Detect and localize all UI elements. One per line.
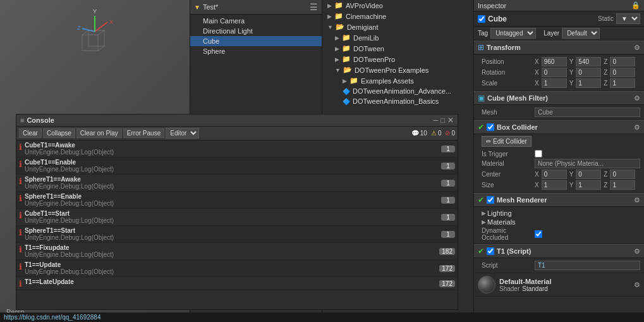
console-count-right-3: 1	[441, 180, 455, 187]
console-row-2[interactable]: ℹ CubeT1==Enable UnityEngine.Debug:Log(O…	[16, 158, 458, 175]
console-line1-9: T1==LateUpdate	[25, 278, 437, 285]
cy-field[interactable]	[576, 170, 601, 179]
dynamic-occluded-checkbox[interactable]	[535, 230, 542, 238]
assets-item-avprovideo[interactable]: ▶ 📁 AVProVideo	[322, 0, 473, 11]
material-settings-icon[interactable]: ⚙	[634, 281, 640, 289]
console-text-1: CubeT1==Awake UnityEngine.Debug:Log(Obje…	[25, 142, 439, 156]
cz-field[interactable]	[610, 170, 635, 179]
assets-item-dotweenanimation-basics[interactable]: 🔷 DOTweenAnimation_Basics	[322, 96, 473, 106]
mesh-filter-settings-icon[interactable]: ⚙	[634, 94, 640, 102]
console-row-3[interactable]: ℹ SphereT1==Awake UnityEngine.Debug:Log(…	[16, 175, 458, 192]
scale-z-field[interactable]	[610, 78, 635, 88]
cinemachine-label: Cinemachine	[346, 13, 386, 20]
clear-button[interactable]: Clear	[19, 128, 42, 138]
transform-title: Transform	[487, 44, 631, 51]
mesh-renderer-active-checkbox[interactable]	[487, 196, 494, 204]
assets-item-cinemachine[interactable]: ▶ 📁 Cinemachine	[322, 11, 473, 22]
console-row-9[interactable]: ℹ T1==LateUpdate 172	[16, 277, 458, 290]
box-collider-body: ✏ Edit Collider Is Trigger Material None…	[474, 134, 644, 193]
transform-settings-icon[interactable]: ⚙	[634, 44, 640, 52]
assets-item-examples-assets[interactable]: ▶ 📁 Examples Assets	[322, 75, 473, 86]
script-label: Script	[482, 262, 532, 269]
assets-item-dotweenpro-examples[interactable]: ▼ 📂 DOTweenPro Examples	[322, 65, 473, 75]
object-active-checkbox[interactable]	[478, 15, 485, 23]
t1-script-component-header[interactable]: ✔ T1 (Script) ⚙	[474, 244, 644, 258]
console-close-button[interactable]: ✕	[447, 116, 454, 125]
rot-y-field[interactable]	[576, 68, 601, 77]
static-dropdown[interactable]: ▼	[616, 13, 640, 24]
materials-section[interactable]: ▶ Materials	[482, 218, 640, 226]
sy-field[interactable]	[576, 180, 601, 190]
t1-script-body: Script T1	[474, 258, 644, 273]
box-collider-component-header[interactable]: ✔ Box Collider ⚙	[474, 120, 644, 134]
console-maximize-icon[interactable]: □	[440, 116, 445, 124]
inspector-header: Inspector 🔒	[474, 0, 644, 11]
warning-count-badge: ⚠ 0	[431, 130, 442, 137]
mesh-renderer-settings-icon[interactable]: ⚙	[634, 196, 640, 204]
console-row-7[interactable]: ℹ T1==Fixupdate UnityEngine.Debug:Log(Ob…	[16, 243, 458, 260]
console-row-4[interactable]: ℹ SphereT1==Enable UnityEngine.Debug:Log…	[16, 192, 458, 209]
console-panel: ≡ Console ─ □ ✕ Clear Collapse Clear on …	[16, 114, 458, 310]
lighting-section[interactable]: ▶ Lighting	[482, 209, 640, 218]
edit-collider-icon: ✏	[486, 138, 491, 145]
sz-field[interactable]	[610, 180, 635, 190]
assets-item-demolib[interactable]: ▶ 📁 DemiLib	[322, 32, 473, 43]
hierarchy-item-main-camera[interactable]: Main Camera	[190, 16, 322, 26]
box-collider-settings-icon[interactable]: ⚙	[634, 123, 640, 132]
inspector-body: Cube Static ▼ Tag Untagged Layer Default	[474, 11, 644, 322]
error-pause-button[interactable]: Error Pause	[123, 128, 164, 138]
console-line2-1: UnityEngine.Debug:Log(Object)	[25, 149, 439, 156]
pos-z-field[interactable]	[610, 57, 635, 66]
hierarchy-item-cube[interactable]: Cube	[190, 36, 322, 46]
hierarchy-menu-icon[interactable]: ☰	[310, 2, 318, 12]
assets-item-dotween[interactable]: ▶ 📁 DOTween	[322, 43, 473, 54]
is-trigger-checkbox[interactable]	[535, 150, 542, 158]
assets-item-dotweenanimation-advanced[interactable]: 🔷 DOTweenAnimation_Advance...	[322, 86, 473, 96]
lock-icon[interactable]: 🔒	[631, 1, 640, 9]
error-icon-9: ℹ	[19, 279, 22, 288]
assets-item-demigiant[interactable]: ▼ 📂 Demigiant	[322, 22, 473, 32]
tag-dropdown[interactable]: Untagged	[490, 28, 536, 39]
transform-component-header[interactable]: ⊞ Transform ⚙	[474, 40, 644, 54]
center-row: Center X Y Z	[482, 169, 640, 180]
t1-settings-icon[interactable]: ⚙	[634, 247, 640, 256]
layer-dropdown[interactable]: Default	[562, 28, 600, 39]
cy-axis: Y	[569, 171, 574, 178]
clear-on-play-button[interactable]: Clear on Play	[76, 128, 122, 138]
console-minimize-icon[interactable]: ─	[434, 116, 439, 124]
assets-item-dotweenpro[interactable]: ▶ 📁 DOTweenPro	[322, 54, 473, 65]
hierarchy-item-sphere[interactable]: Sphere	[190, 46, 322, 56]
console-row-1[interactable]: ℹ CubeT1==Awake UnityEngine.Debug:Log(Ob…	[16, 140, 458, 158]
pos-x-field[interactable]	[542, 57, 567, 66]
editor-dropdown[interactable]: Editor	[166, 128, 199, 139]
box-collider-active-checkbox[interactable]	[487, 123, 494, 131]
sx-field[interactable]	[542, 180, 567, 190]
mesh-renderer-component-header[interactable]: ✔ Mesh Renderer ⚙	[474, 193, 644, 207]
console-row-8[interactable]: ℹ T1==Update UnityEngine.Debug:Log(Objec…	[16, 260, 458, 277]
hierarchy-item-directional-light[interactable]: Directional Light	[190, 26, 322, 36]
arrow-down-icon-dotweenpro-examples: ▼	[335, 67, 341, 73]
console-title-area: ≡ Console	[20, 116, 54, 124]
message-icon: 💬	[411, 130, 419, 137]
console-row-6[interactable]: ℹ SphereT1==Start UnityEngine.Debug:Log(…	[16, 226, 458, 243]
rot-x-field[interactable]	[542, 68, 567, 77]
error-icon-3: ℹ	[19, 176, 22, 186]
console-row-5[interactable]: ℹ CubeT1==Start UnityEngine.Debug:Log(Ob…	[16, 209, 458, 226]
edit-collider-button[interactable]: ✏ Edit Collider	[482, 136, 532, 147]
rotation-row: Rotation X Y Z	[482, 67, 640, 78]
scene-gizmo[interactable]: X Y Z	[70, 6, 120, 57]
scale-y-field[interactable]	[576, 78, 601, 88]
t1-active-checkbox[interactable]	[487, 247, 494, 255]
scale-y-axis: Y	[569, 80, 574, 87]
console-count-right-7: 182	[439, 248, 455, 255]
collapse-button[interactable]: Collapse	[43, 128, 75, 138]
pos-y-field[interactable]	[576, 57, 601, 66]
scale-x-field[interactable]	[542, 78, 567, 88]
sphere-label: Sphere	[203, 47, 225, 55]
rot-z-field[interactable]	[610, 68, 635, 77]
console-titlebar[interactable]: ≡ Console ─ □ ✕	[16, 115, 458, 127]
message-count-badge: 💬 10	[411, 130, 427, 137]
scale-label: Scale	[482, 80, 532, 87]
cx-field[interactable]	[542, 170, 567, 179]
mesh-filter-component-header[interactable]: ▣ Cube (Mesh Filter) ⚙	[474, 91, 644, 105]
